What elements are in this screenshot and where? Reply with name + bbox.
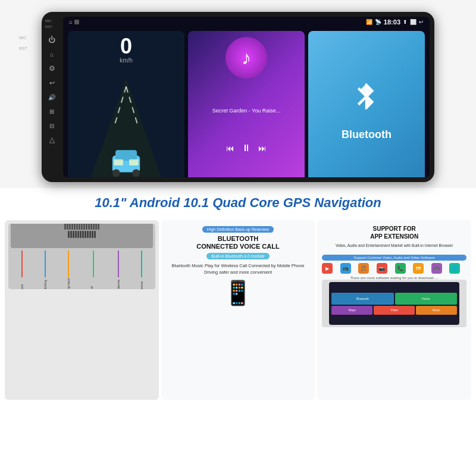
- back-icon[interactable]: ↩: [46, 77, 57, 88]
- bt-description: Bluetooth Music Play for Wireless Call C…: [167, 263, 309, 275]
- screen-main-content: 0 km/h: [63, 27, 430, 177]
- svg-rect-7: [114, 159, 123, 165]
- svg-rect-8: [129, 159, 138, 165]
- panel-back-device: Power cord USB switching Reversing input…: [5, 220, 159, 400]
- car-radio-device: MIC RST MIC RST ⏻ ⌂ ⚙ ↩ 🔊 ⊞ ⊟ △: [42, 12, 434, 182]
- status-wifi-icon: 📡: [375, 19, 381, 25]
- app-icon-6[interactable]: 🗺: [413, 263, 424, 274]
- wire-reversing: Reversing input: [67, 277, 70, 290]
- speed-display: 0 km/h: [120, 36, 133, 64]
- speed-value: 0: [120, 36, 133, 57]
- built-in-badge: Built-in Bluetooth 4.0 module: [206, 253, 270, 259]
- bluetooth-panel[interactable]: Bluetooth: [308, 31, 425, 177]
- prev-button[interactable]: ⏮: [226, 143, 234, 153]
- rst-text: RST: [45, 25, 52, 29]
- status-time: 18:03: [384, 18, 400, 26]
- app-heading-line1: SUPPORT FOR: [373, 226, 416, 232]
- speed-unit: km/h: [120, 57, 133, 64]
- svg-point-6: [132, 169, 140, 177]
- app-icon-5[interactable]: 📞: [395, 263, 406, 274]
- product-title: 10.1" Android 10.1 Quad Core GPS Navigat…: [12, 195, 464, 211]
- main-screen: ⌂ 📶 📡 18:03 ⬆ ⬜ ↩ 0 km/h: [63, 17, 430, 177]
- mic-label: MIC: [19, 36, 27, 40]
- app-icons-grid: ▶ 📺 🎵 📷 📞 🗺 🎮 🌐: [322, 263, 466, 274]
- apps-icon[interactable]: ⊟: [46, 120, 57, 131]
- music-album-art: ♪: [226, 37, 267, 79]
- music-title: Secret Garden - You Raise...: [212, 108, 281, 114]
- music-controls: ⏮ ⏸ ⏭: [226, 143, 267, 154]
- support-badge: Support Common Video, Audio and Video So…: [322, 255, 466, 261]
- music-panel[interactable]: ♪ Secret Garden - You Raise... ⏮ ⏸ ⏭: [188, 31, 305, 177]
- car-screen-inner: Bluetooth Home Maps Video Music: [329, 282, 459, 325]
- power-icon[interactable]: ⏻: [46, 35, 57, 45]
- road-svg: [73, 64, 180, 177]
- rst-label: RST: [19, 46, 27, 51]
- product-title-section: 10.1" Android 10.1 Quad Core GPS Navigat…: [0, 188, 476, 218]
- status-signal-icon: 📶: [366, 19, 372, 25]
- panel-app-support: SUPPORT FOR APP EXTENSION Video, Audio a…: [317, 220, 471, 400]
- bt-heading-line2: CONNECTED VOICE CALL: [196, 243, 279, 250]
- device-section: MIC RST MIC RST ⏻ ⌂ ⚙ ↩ 🔊 ⊞ ⊟ △: [0, 0, 476, 188]
- bt-heading-line1: BLUETOOTH: [218, 235, 258, 242]
- home-status-icon: ⌂: [69, 19, 72, 25]
- volume-icon[interactable]: 🔊: [46, 92, 57, 102]
- bluetooth-icon: [351, 81, 382, 119]
- app-heading: SUPPORT FOR APP EXTENSION: [322, 225, 466, 240]
- phone-hand-visual: 📱: [167, 279, 309, 307]
- wire-gps: GPS antenna: [140, 277, 143, 290]
- status-bar: ⌂ 📶 📡 18:03 ⬆ ⬜ ↩: [63, 17, 430, 27]
- play-pause-button[interactable]: ⏸: [242, 143, 251, 154]
- next-button[interactable]: ⏭: [258, 143, 267, 153]
- back-device-image: Power cord USB switching Reversing input…: [8, 224, 155, 289]
- wire-usb: USB switching: [43, 277, 47, 290]
- status-back-icon: ↩: [419, 19, 424, 25]
- app-description: Video, Audio and Entertainment Market wi…: [322, 243, 466, 248]
- nav-icon[interactable]: △: [46, 134, 57, 145]
- wire-power-cord: Power cord: [20, 277, 24, 290]
- bluetooth-label: Bluetooth: [342, 129, 392, 141]
- wire-audio: Audio and Video 1: [90, 277, 97, 290]
- status-screen-icon: ⬜: [410, 19, 416, 25]
- wire-radio: Radio antenna: [117, 277, 120, 290]
- svg-rect-4: [115, 150, 137, 161]
- app-icon-1[interactable]: ▶: [322, 263, 333, 274]
- app-icon-8[interactable]: 🌐: [449, 263, 460, 274]
- road-visual: [73, 64, 180, 177]
- bt-heading: BLUETOOTH CONNECTED VOICE CALL: [167, 235, 309, 250]
- hd-badge: High Definition Back-up Rearview: [202, 226, 274, 233]
- music-note-icon: ♪: [242, 47, 251, 69]
- status-square: [74, 20, 79, 24]
- app-icon-7[interactable]: 🎮: [431, 263, 442, 274]
- panel-bluetooth-info: High Definition Back-up Rearview BLUETOO…: [161, 220, 315, 400]
- bottom-panels: Power cord USB switching Reversing input…: [0, 218, 476, 402]
- mic-text: MIC: [45, 19, 52, 23]
- app-icon-4[interactable]: 📷: [377, 263, 387, 274]
- home-icon[interactable]: ⌂: [46, 49, 57, 60]
- status-nav-icon: ⬆: [403, 19, 408, 25]
- app-icon-2[interactable]: 📺: [340, 263, 351, 274]
- navigation-panel[interactable]: 0 km/h: [68, 31, 184, 177]
- gear-icon[interactable]: ⚙: [46, 63, 57, 74]
- app-heading-line2: APP EXTENSION: [370, 233, 418, 240]
- grid-icon[interactable]: ⊞: [46, 106, 57, 117]
- svg-point-5: [112, 169, 120, 177]
- app-icon-3[interactable]: 🎵: [358, 263, 369, 274]
- car-dashboard-screenshot: Bluetooth Home Maps Video Music: [322, 280, 466, 327]
